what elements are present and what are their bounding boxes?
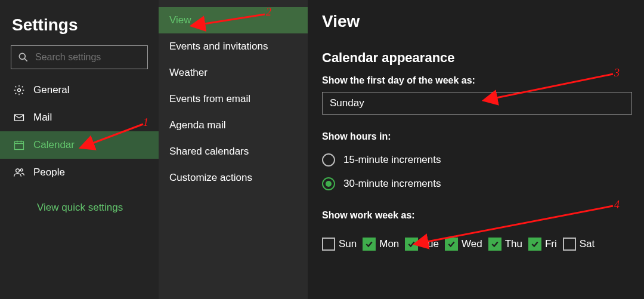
- checkbox-icon: [563, 238, 576, 251]
- sidebar-item-general[interactable]: General: [0, 76, 159, 104]
- svg-line-1: [24, 58, 27, 61]
- day-thu[interactable]: Thu: [488, 238, 522, 251]
- sidebar-item-people[interactable]: People: [0, 159, 159, 186]
- svg-rect-4: [15, 141, 24, 149]
- radio-30-min[interactable]: 30-minute increments: [322, 172, 644, 196]
- checkbox-icon: [405, 238, 418, 251]
- day-label: Sat: [580, 238, 595, 250]
- day-fri[interactable]: Fri: [528, 238, 557, 251]
- day-wed[interactable]: Wed: [445, 238, 482, 251]
- subnav-item-events-invitations[interactable]: Events and invitations: [159, 33, 308, 60]
- show-hours-label: Show hours in:: [322, 131, 644, 142]
- page-title: View: [322, 12, 644, 31]
- people-icon: [13, 167, 25, 178]
- sidebar-item-mail[interactable]: Mail: [0, 104, 159, 131]
- sidebar-item-label: People: [33, 167, 65, 178]
- subnav-item-customize-actions[interactable]: Customize actions: [159, 165, 308, 191]
- search-icon: [17, 51, 29, 63]
- checkbox-icon: [528, 238, 541, 251]
- day-label: Tue: [422, 238, 439, 250]
- sidebar-item-calendar[interactable]: Calendar: [0, 131, 159, 159]
- day-label: Fri: [545, 238, 557, 250]
- day-label: Sun: [339, 238, 357, 250]
- sidebar-item-label: Calendar: [33, 139, 75, 151]
- svg-rect-3: [15, 115, 24, 121]
- settings-sidebar: Settings General Mail: [0, 0, 159, 299]
- day-label: Thu: [505, 238, 522, 250]
- svg-point-12: [20, 169, 23, 171]
- section-calendar-appearance: Calendar appearance: [322, 50, 644, 66]
- calendar-icon: [13, 139, 25, 151]
- svg-point-0: [19, 53, 25, 59]
- search-input[interactable]: [35, 52, 154, 63]
- checkbox-icon: [488, 238, 501, 251]
- subnav-item-agenda-mail[interactable]: Agenda mail: [159, 112, 308, 138]
- checkbox-icon: [363, 238, 376, 251]
- day-label: Mon: [379, 238, 399, 250]
- first-day-select[interactable]: Sunday: [322, 92, 632, 115]
- mail-icon: [13, 112, 25, 124]
- radio-icon: [322, 153, 335, 167]
- svg-point-11: [16, 169, 20, 172]
- day-mon[interactable]: Mon: [363, 238, 399, 251]
- view-settings-panel: View Calendar appearance Show the first …: [308, 0, 644, 299]
- settings-title: Settings: [12, 16, 159, 35]
- view-quick-settings-link[interactable]: View quick settings: [37, 202, 123, 214]
- radio-15-min[interactable]: 15-minute increments: [322, 148, 644, 172]
- first-day-value: Sunday: [330, 97, 364, 109]
- search-input-wrap[interactable]: [11, 45, 148, 69]
- checkbox-icon: [445, 238, 458, 251]
- radio-icon: [322, 177, 335, 190]
- day-label: Wed: [462, 238, 482, 250]
- svg-point-2: [18, 89, 21, 92]
- work-week-label: Show work week as:: [322, 210, 644, 221]
- radio-label: 30-minute increments: [343, 178, 441, 190]
- day-sat[interactable]: Sat: [563, 238, 595, 251]
- subnav-item-shared-calendars[interactable]: Shared calendars: [159, 138, 308, 165]
- day-tue[interactable]: Tue: [405, 238, 439, 251]
- calendar-subnav: View Events and invitations Weather Even…: [159, 0, 308, 299]
- sidebar-item-label: General: [33, 84, 69, 96]
- work-week-days: Sun Mon Tue Wed Thu Fri Sat: [322, 238, 644, 251]
- radio-label: 15-minute increments: [343, 154, 441, 166]
- gear-icon: [13, 84, 25, 96]
- subnav-item-weather[interactable]: Weather: [159, 60, 308, 86]
- checkbox-icon: [322, 238, 335, 251]
- subnav-item-view[interactable]: View: [159, 7, 308, 33]
- subnav-item-events-from-email[interactable]: Events from email: [159, 86, 308, 112]
- first-day-label: Show the first day of the week as:: [322, 75, 644, 86]
- sidebar-item-label: Mail: [33, 112, 52, 124]
- day-sun[interactable]: Sun: [322, 238, 357, 251]
